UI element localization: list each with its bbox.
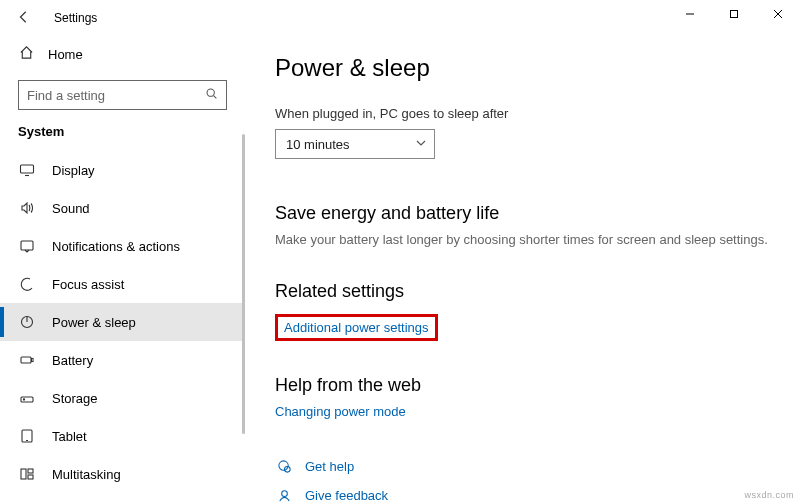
sleep-dropdown-value: 10 minutes bbox=[286, 137, 350, 152]
svg-rect-13 bbox=[21, 397, 33, 402]
sidebar-item-home[interactable]: Home bbox=[0, 36, 245, 72]
sidebar-item-notifications[interactable]: Notifications & actions bbox=[0, 227, 245, 265]
changing-power-mode-link[interactable]: Changing power mode bbox=[275, 404, 406, 419]
highlight-annotation: Additional power settings bbox=[275, 314, 438, 341]
give-feedback-link[interactable]: Give feedback bbox=[305, 488, 388, 503]
svg-rect-17 bbox=[21, 469, 26, 479]
sidebar-nav: Display Sound Notifications & actions Fo… bbox=[0, 151, 245, 493]
sidebar-item-label: Display bbox=[52, 163, 95, 178]
chevron-down-icon bbox=[416, 138, 426, 150]
save-energy-body: Make your battery last longer by choosin… bbox=[275, 232, 800, 247]
page-title: Power & sleep bbox=[275, 54, 800, 82]
sound-icon bbox=[18, 200, 36, 216]
sidebar-item-focus-assist[interactable]: Focus assist bbox=[0, 265, 245, 303]
sidebar-item-power-sleep[interactable]: Power & sleep bbox=[0, 303, 245, 341]
feedback-icon bbox=[275, 488, 293, 503]
svg-rect-1 bbox=[731, 11, 738, 18]
storage-icon bbox=[18, 390, 36, 406]
web-help-heading: Help from the web bbox=[275, 375, 800, 396]
sidebar-group-label: System bbox=[0, 124, 245, 151]
save-energy-heading: Save energy and battery life bbox=[275, 203, 800, 224]
sidebar-item-label: Home bbox=[48, 47, 83, 62]
related-heading: Related settings bbox=[275, 281, 800, 302]
sidebar-item-label: Notifications & actions bbox=[52, 239, 180, 254]
svg-point-22 bbox=[281, 491, 287, 497]
search-input[interactable]: Find a setting bbox=[18, 80, 227, 110]
sidebar-item-label: Tablet bbox=[52, 429, 87, 444]
watermark: wsxdn.com bbox=[744, 490, 794, 500]
display-icon bbox=[18, 162, 36, 178]
window-controls bbox=[668, 0, 800, 28]
svg-rect-18 bbox=[28, 469, 33, 473]
multitasking-icon bbox=[18, 466, 36, 482]
sidebar-item-display[interactable]: Display bbox=[0, 151, 245, 189]
home-icon bbox=[18, 45, 34, 63]
minimize-button[interactable] bbox=[668, 0, 712, 28]
footer-help-links: Get help Give feedback bbox=[275, 459, 800, 503]
sidebar-item-battery[interactable]: Battery bbox=[0, 341, 245, 379]
sidebar-item-label: Multitasking bbox=[52, 467, 121, 482]
svg-rect-11 bbox=[21, 357, 31, 363]
focus-assist-icon bbox=[18, 276, 36, 292]
sidebar-item-multitasking[interactable]: Multitasking bbox=[0, 455, 245, 493]
sidebar-item-label: Focus assist bbox=[52, 277, 124, 292]
sidebar-item-label: Battery bbox=[52, 353, 93, 368]
tablet-icon bbox=[18, 428, 36, 444]
search-icon bbox=[205, 87, 218, 103]
svg-point-14 bbox=[23, 399, 24, 400]
maximize-button[interactable] bbox=[712, 0, 756, 28]
svg-rect-12 bbox=[32, 359, 34, 362]
window-title: Settings bbox=[46, 11, 97, 25]
sidebar-item-tablet[interactable]: Tablet bbox=[0, 417, 245, 455]
sidebar-item-label: Sound bbox=[52, 201, 90, 216]
svg-point-4 bbox=[207, 89, 214, 96]
sidebar-item-label: Power & sleep bbox=[52, 315, 136, 330]
svg-point-20 bbox=[278, 461, 287, 470]
search-placeholder: Find a setting bbox=[27, 88, 105, 103]
svg-rect-6 bbox=[21, 165, 34, 173]
svg-rect-19 bbox=[28, 475, 33, 479]
svg-line-5 bbox=[214, 96, 217, 99]
sleep-dropdown[interactable]: 10 minutes bbox=[275, 129, 435, 159]
sidebar-item-label: Storage bbox=[52, 391, 98, 406]
power-sleep-icon bbox=[18, 314, 36, 330]
additional-power-settings-link[interactable]: Additional power settings bbox=[284, 320, 429, 335]
battery-icon bbox=[18, 352, 36, 368]
main-content: Power & sleep When plugged in, PC goes t… bbox=[245, 36, 800, 504]
get-help-icon bbox=[275, 459, 293, 474]
close-button[interactable] bbox=[756, 0, 800, 28]
sleep-label: When plugged in, PC goes to sleep after bbox=[275, 106, 800, 121]
notifications-icon bbox=[18, 238, 36, 254]
sidebar-item-storage[interactable]: Storage bbox=[0, 379, 245, 417]
sidebar: Home Find a setting System Display bbox=[0, 36, 245, 504]
back-button[interactable] bbox=[14, 10, 34, 27]
svg-point-21 bbox=[284, 467, 290, 473]
get-help-link[interactable]: Get help bbox=[305, 459, 354, 474]
svg-rect-8 bbox=[21, 241, 33, 250]
sidebar-item-sound[interactable]: Sound bbox=[0, 189, 245, 227]
